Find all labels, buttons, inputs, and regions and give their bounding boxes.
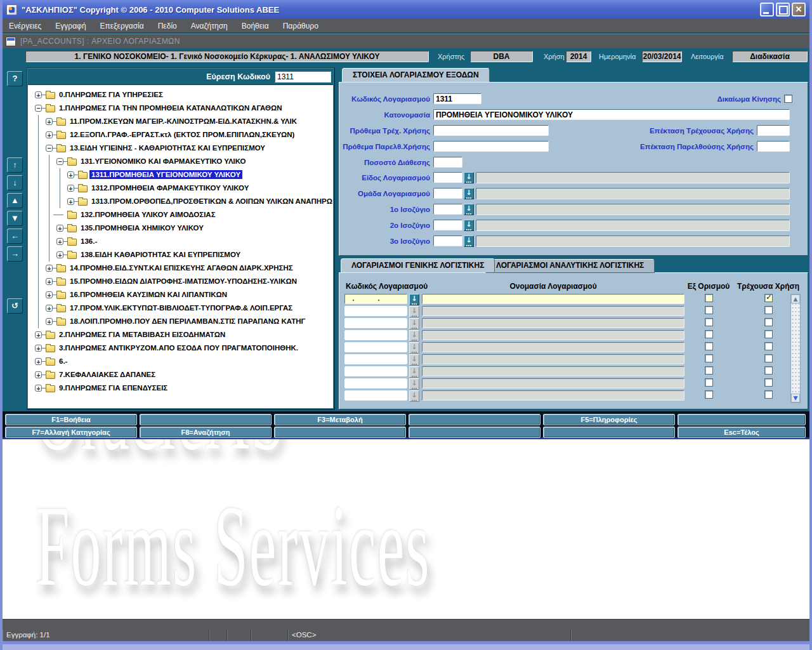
fkey-button-f7[interactable]: F7=Αλλαγή Κατηγορίας <box>5 427 137 438</box>
menu-item[interactable]: Πεδίο <box>158 22 177 30</box>
default-checkbox[interactable] <box>705 366 713 375</box>
next-record-button[interactable]: ▼ <box>7 211 23 226</box>
next-block-button[interactable]: → <box>7 246 23 262</box>
balance2-lov-button[interactable]: ↓ <box>464 220 474 231</box>
expand-icon[interactable]: + <box>35 331 42 338</box>
tree-node-label[interactable]: 138.ΕΙΔΗ ΚΑΘΑΡΙΟΤΗΤΑΣ ΚΑΙ ΕΥΠΡΕΠΙΣΜΟΥ <box>79 250 242 259</box>
account-kind-input[interactable] <box>433 172 462 183</box>
fkey-button-f8[interactable]: F8=Αναζήτηση <box>140 427 272 438</box>
balance1-lov-button[interactable]: ↓ <box>464 204 474 215</box>
tree-node[interactable]: +11.ΠΡΟΜ.ΣΚΕΥΩΝ ΜΑΓΕΙΡ.-ΚΛΙΝΟΣΤΡΩΜ-ΕΙΔ.Κ… <box>29 115 332 128</box>
tab-analytical-ledger-accounts[interactable]: ΛΟΓΑΡΙΑΣΜΟΙ ΑΝΑΛΥΤΙΚΗΣ ΛΟΓΙΣΤΙΚΗΣ <box>485 259 655 273</box>
balance2-input[interactable] <box>433 220 462 230</box>
fkey-button-f1[interactable]: F1=Βοήθεια <box>5 414 137 425</box>
expand-icon[interactable]: + <box>67 185 74 192</box>
ledger-code-cell[interactable] <box>344 330 407 340</box>
ledger-code-cell[interactable] <box>344 354 407 364</box>
ledger-code-lov-button[interactable]: ↓ <box>409 390 419 402</box>
current-year-checkbox[interactable] <box>764 390 773 399</box>
close-button[interactable]: ✕ <box>792 3 806 17</box>
tree-node-label[interactable]: 12.ΕΞΟΠΛ.ΓΡΑΦ.-ΕΡΓΑΣΤ.κτλ (ΕΚΤΟΣ ΠΡΟΜ.ΕΠ… <box>68 130 296 139</box>
collapse-icon[interactable]: − <box>56 158 63 165</box>
current-year-checkbox[interactable] <box>764 378 773 387</box>
menu-item[interactable]: Εγγραφή <box>55 22 86 30</box>
tree-node[interactable]: +135.ΠΡΟΜΗΘΕΙΑ ΧΗΜΙΚΟΥ ΥΛΙΚΟΥ <box>29 222 332 235</box>
tree-node[interactable]: 132.ΠΡΟΜΗΘΕΙΑ ΥΛΙΚΟΥ ΑΙΜΟΔΟΣΙΑΣ <box>29 208 332 222</box>
first-record-button[interactable]: ↑ <box>7 157 23 173</box>
expand-icon[interactable]: + <box>56 225 63 232</box>
expand-icon[interactable]: + <box>46 305 53 312</box>
ledger-name-cell[interactable] <box>422 366 684 376</box>
current-year-checkbox[interactable] <box>764 318 773 326</box>
expand-icon[interactable]: + <box>46 278 53 285</box>
last-record-button[interactable]: ↓ <box>7 175 23 190</box>
fkey-button-empty[interactable] <box>543 427 675 438</box>
account-group-input[interactable] <box>433 188 462 199</box>
current-year-checkbox[interactable] <box>764 342 773 350</box>
ledger-code-lov-button[interactable]: ↓ <box>409 366 419 378</box>
expand-icon[interactable]: + <box>67 171 74 178</box>
ledger-code-cell[interactable]: . . . . <box>344 294 407 304</box>
default-checkbox[interactable] <box>705 390 713 399</box>
tree-node[interactable]: +136.- <box>29 235 332 248</box>
fkey-button-f3[interactable]: F3=Μεταβολή <box>274 414 406 425</box>
ledger-name-cell[interactable] <box>422 318 684 328</box>
current-year-checkbox[interactable] <box>764 306 773 314</box>
current-year-checkbox[interactable] <box>764 330 773 338</box>
current-year-checkbox[interactable] <box>764 366 773 375</box>
extension-past-input[interactable] <box>757 141 790 152</box>
tab-expense-account-details[interactable]: ΣΤΟΙΧΕΙΑ ΛΟΓΑΡΙΑΣΜΟΥ ΕΞΟΔΩΝ <box>342 68 490 82</box>
tree-node[interactable]: +12.ΕΞΟΠΛ.ΓΡΑΦ.-ΕΡΓΑΣΤ.κτλ (ΕΚΤΟΣ ΠΡΟΜ.Ε… <box>29 128 332 142</box>
ledger-code-cell[interactable] <box>344 342 407 352</box>
expand-icon[interactable]: + <box>35 345 42 352</box>
ledger-name-cell[interactable] <box>422 354 684 364</box>
undo-button[interactable]: ↺ <box>7 298 23 314</box>
ledger-name-cell[interactable] <box>422 330 684 340</box>
expand-icon[interactable]: + <box>35 385 42 392</box>
tree-node[interactable]: +18.ΛΟΙΠ.ΠΡΟΜΗΘ.ΠΟΥ ΔΕΝ ΠΕΡΙΛΑΜΒΑΝ.ΣΤΙΣ … <box>29 315 332 328</box>
balance3-lov-button[interactable]: ↓ <box>464 235 474 247</box>
tree-node-label[interactable]: 1.ΠΛΗΡΩΜΕΣ ΓΙΑ ΤΗΝ ΠΡΟΜΗΘΕΙΑ ΚΑΤΑΝΑΛΩΤΙΚ… <box>57 103 284 112</box>
tree-node-label[interactable]: 135.ΠΡΟΜΗΘΕΙΑ ΧΗΜΙΚΟΥ ΥΛΙΚΟΥ <box>79 223 206 232</box>
tree-node[interactable]: +138.ΕΙΔΗ ΚΑΘΑΡΙΟΤΗΤΑΣ ΚΑΙ ΕΥΠΡΕΠΙΣΜΟΥ <box>29 248 332 262</box>
ledger-name-cell[interactable] <box>422 378 684 388</box>
default-checkbox[interactable] <box>705 330 713 338</box>
balance3-input[interactable] <box>433 235 462 246</box>
tree-node-label[interactable]: 17.ΠΡΟΜ.ΥΛΙΚ.ΕΚΤΥΠΩΤ-ΒΙΒΛΙΟΔΕΤ-ΤΥΠΟΓΡΑΦ.… <box>68 303 294 312</box>
tree-node[interactable]: −13.ΕΙΔΗ ΥΓΙΕΙΝΗΣ - ΚΑΘΑΡΙΟΤΗΤΑΣ ΚΑΙ ΕΥΠ… <box>29 142 332 155</box>
tree-node[interactable]: +1311.ΠΡΟΜΗΘΕΙΑ ΥΓΕΙΟΝΟΜΙΚΟΥ ΥΛΙΚΟΥ <box>29 168 332 182</box>
prefix-past-input[interactable] <box>433 141 549 152</box>
tree-node-label[interactable]: 3.ΠΛΗΡΩΜΕΣ ΑΝΤΙΚΡΥΖΟΜ.ΑΠΟ ΕΣΟΔΑ ΠΟΥ ΠΡΑΓ… <box>57 343 300 352</box>
tree-node[interactable]: +1312.ΠΡΟΜΗΘΕΙΑ ΦΑΡΜΑΚΕΥΤΙΚΟΥ ΥΛΙΚΟΥ <box>29 182 332 195</box>
menu-item[interactable]: Βοήθεια <box>242 22 269 30</box>
tree-node[interactable]: +3.ΠΛΗΡΩΜΕΣ ΑΝΤΙΚΡΥΖΟΜ.ΑΠΟ ΕΣΟΔΑ ΠΟΥ ΠΡΑ… <box>29 342 332 355</box>
ledger-name-cell[interactable] <box>422 390 684 401</box>
current-year-checkbox[interactable] <box>764 354 773 362</box>
menu-item[interactable]: Αναζήτηση <box>191 22 228 30</box>
tree-node[interactable]: +17.ΠΡΟΜ.ΥΛΙΚ.ΕΚΤΥΠΩΤ-ΒΙΒΛΙΟΔΕΤ-ΤΥΠΟΓΡΑΦ… <box>29 302 332 315</box>
expand-icon[interactable]: + <box>35 91 42 98</box>
ledger-code-lov-button[interactable]: ↓ <box>409 330 419 342</box>
tree-node[interactable]: +16.ΠΡΟΜΗΘΕΙΑ ΚΑΥΣΙΜΩΝ ΚΑΙ ΛΙΠΑΝΤΙΚΩΝ <box>29 288 332 302</box>
account-group-lov-button[interactable]: ↓ <box>464 188 474 199</box>
menu-item[interactable]: Παράθυρο <box>283 22 318 30</box>
prefix-current-input[interactable] <box>433 125 549 136</box>
balance1-input[interactable] <box>433 204 462 215</box>
fkey-button-empty[interactable] <box>140 414 272 425</box>
ledger-code-lov-button[interactable]: ↓ <box>409 294 419 305</box>
account-kind-lov-button[interactable]: ↓ <box>464 172 474 183</box>
help-button[interactable]: ? <box>7 71 23 86</box>
fkey-button-empty[interactable] <box>678 414 806 425</box>
ledger-code-cell[interactable] <box>344 390 407 401</box>
expand-icon[interactable]: + <box>35 358 42 365</box>
tree-node-label[interactable]: 11.ΠΡΟΜ.ΣΚΕΥΩΝ ΜΑΓΕΙΡ.-ΚΛΙΝΟΣΤΡΩΜ-ΕΙΔ.ΚΑ… <box>68 117 299 126</box>
tree-node-label-selected[interactable]: 1311.ΠΡΟΜΗΘΕΙΑ ΥΓΕΙΟΝΟΜΙΚΟΥ ΥΛΙΚΟΥ <box>89 170 242 179</box>
default-checkbox[interactable] <box>705 306 713 314</box>
ledger-code-lov-button[interactable]: ↓ <box>409 318 419 329</box>
tree-node-label[interactable]: 13.ΕΙΔΗ ΥΓΙΕΙΝΗΣ - ΚΑΘΑΡΙΟΤΗΤΑΣ ΚΑΙ ΕΥΠΡ… <box>68 143 267 152</box>
fkey-button-esc[interactable]: Esc=Τέλος <box>678 427 806 438</box>
previous-block-button[interactable]: ← <box>7 229 23 244</box>
maximize-button[interactable] <box>776 3 790 17</box>
tree-node[interactable]: +1313.ΠΡΟΜ.ΟΡΘΟΠΕΔ,ΠΡΟΣΘΕΤΙΚΩΝ & ΛΟΙΠΩΝ … <box>29 195 332 208</box>
ledger-code-lov-button[interactable]: ↓ <box>409 378 419 390</box>
